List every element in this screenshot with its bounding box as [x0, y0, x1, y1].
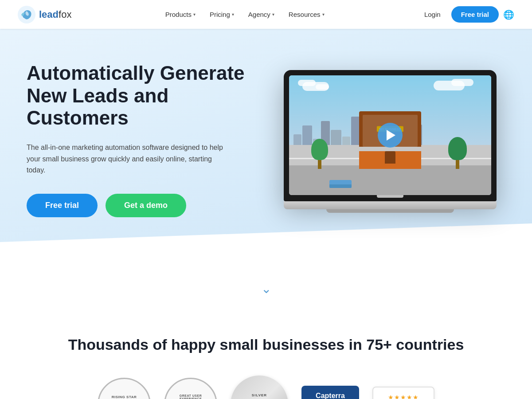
video-scene: MY BUSINESS — [289, 75, 491, 195]
badge-rising-star: ❧ Rising Star 2017 Award ❧ — [98, 378, 151, 399]
g2crowd-card: ★★★★★ Read our reviews on G2 Crowd — [372, 387, 434, 399]
resources-chevron-icon: ▾ — [322, 12, 325, 17]
navbar: leadfox Products ▾ Pricing ▾ Agency ▾ Re… — [0, 0, 532, 29]
silver-label: SILVER — [252, 393, 267, 397]
play-triangle-icon — [387, 130, 395, 141]
logo-link[interactable]: leadfox — [18, 6, 71, 23]
tree-left-top — [311, 139, 328, 160]
cloud-5 — [451, 79, 473, 86]
tree-right-top — [448, 137, 467, 160]
cloud-2 — [298, 80, 316, 86]
nav-agency[interactable]: Agency ▾ — [242, 7, 281, 22]
cloud-3 — [316, 84, 329, 90]
scroll-indicator[interactable]: ⌄ — [0, 259, 532, 309]
logo-text: leadfox — [39, 9, 71, 20]
badges-container: ❧ Rising Star 2017 Award ❧ ❧ Great User … — [18, 376, 514, 399]
products-chevron-icon: ▾ — [193, 12, 196, 17]
great-ux-line1: Great User Experience — [170, 394, 211, 399]
agency-chevron-icon: ▾ — [272, 12, 274, 17]
get-demo-button[interactable]: Get a demo — [106, 194, 186, 217]
laptop-notch — [377, 195, 403, 198]
tree-left-trunk — [318, 160, 321, 169]
silver-rank: Top 20 — [244, 397, 274, 399]
rising-star-line1: Rising Star — [112, 395, 137, 399]
hero-content: Automatically Generate New Leads and Cus… — [27, 62, 262, 217]
great-ux-circle: ❧ Great User Experience 2017 Award ❧ — [164, 378, 217, 399]
crowd-stars: ★★★★★ — [381, 394, 426, 399]
main-door — [385, 151, 395, 164]
rising-star-circle: ❧ Rising Star 2017 Award ❧ — [98, 378, 151, 399]
laptop-base — [284, 201, 497, 209]
nav-products[interactable]: Products ▾ — [159, 7, 202, 22]
play-button[interactable] — [378, 123, 403, 148]
laptop-screen-wrapper: MY BUSINESS — [284, 70, 497, 201]
nav-links: Products ▾ Pricing ▾ Agency ▾ Resources … — [159, 7, 331, 22]
hero-buttons: Free trial Get a demo — [27, 194, 262, 217]
free-trial-nav-button[interactable]: Free trial — [451, 6, 499, 23]
road — [289, 165, 491, 196]
badge-g2crowd: ★★★★★ Read our reviews on G2 Crowd — [372, 387, 434, 399]
globe-icon[interactable]: 🌐 — [503, 9, 514, 20]
badge-capterra: Capterra ★★★★★ ★★★★ — [301, 386, 359, 399]
nav-pricing[interactable]: Pricing ▾ — [203, 7, 240, 22]
hero-section: Automatically Generate New Leads and Cus… — [0, 29, 532, 259]
free-trial-hero-button[interactable]: Free trial — [27, 194, 98, 217]
nav-resources[interactable]: Resources ▾ — [282, 7, 331, 22]
tree-left — [311, 139, 328, 169]
capterra-title: Capterra — [309, 392, 351, 399]
hero-title: Automatically Generate New Leads and Cus… — [27, 62, 262, 129]
scroll-chevron-icon[interactable]: ⌄ — [261, 282, 271, 296]
capterra-card: Capterra ★★★★★ ★★★★ — [301, 386, 359, 399]
social-proof-title: Thousands of happy small businesses in 7… — [18, 336, 514, 353]
social-proof-section: Thousands of happy small businesses in 7… — [0, 309, 532, 399]
login-link[interactable]: Login — [418, 7, 447, 22]
badge-great-ux: ❧ Great User Experience 2017 Award ❧ — [164, 378, 217, 399]
tree-right — [448, 137, 467, 169]
laptop-screen: MY BUSINESS — [289, 75, 491, 195]
main-building-bottom — [359, 151, 421, 169]
logo-icon — [18, 6, 35, 23]
laptop-mockup: MY BUSINESS — [284, 70, 497, 209]
badge-top20: SILVER Top 20 Most AffordableEmail Marke… — [231, 376, 288, 399]
hero-visual: MY BUSINESS — [262, 70, 505, 209]
car — [329, 180, 352, 188]
top20-circle: SILVER Top 20 Most AffordableEmail Marke… — [231, 376, 288, 399]
hero-description: The all-in-one marketing automation soft… — [27, 142, 226, 176]
nav-right: Login Free trial 🌐 — [418, 6, 514, 23]
pricing-chevron-icon: ▾ — [232, 12, 234, 17]
tree-right-trunk — [456, 160, 459, 169]
